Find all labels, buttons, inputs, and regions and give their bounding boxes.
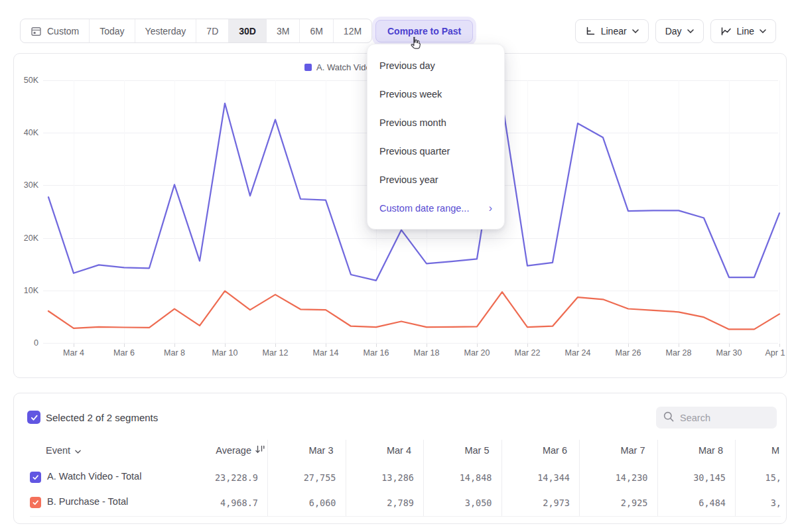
date-column-header: Mar 4	[346, 441, 423, 460]
table-bottom-border	[30, 516, 781, 517]
range-button-30d[interactable]: 30D	[229, 19, 267, 42]
value-cell: 14,230	[580, 471, 657, 484]
date-column-header: M	[735, 441, 781, 460]
date-column-header: Mar 6	[501, 441, 579, 460]
table-row: A. Watch Video - Total23,228.927,75513,2…	[14, 465, 787, 490]
value-cell: 4,968.7	[188, 496, 267, 509]
event-column-header[interactable]: Event	[46, 441, 81, 460]
value-cell: 2,973	[501, 496, 579, 509]
menu-item-previous-day[interactable]: Previous day	[367, 51, 504, 80]
menu-item-previous-week[interactable]: Previous week	[367, 80, 504, 108]
value-cell: 23,228.9	[188, 471, 267, 484]
value-cell: 3,	[735, 496, 781, 509]
range-button-custom[interactable]: Custom	[21, 19, 90, 42]
sort-descending-icon	[255, 444, 266, 456]
value-cell: 15,	[735, 471, 781, 484]
value-cell: 27,755	[268, 471, 346, 484]
chevron-down-icon	[75, 445, 81, 456]
segment-label: B. Purchase - Total	[47, 496, 128, 507]
date-range-group: CustomTodayYesterday7D30D3M6M12M	[20, 19, 372, 43]
menu-item-previous-quarter[interactable]: Previous quarter	[367, 137, 504, 165]
chevron-down-icon	[632, 29, 639, 33]
value-cell: 2,789	[346, 496, 423, 509]
date-column-header: Mar 5	[424, 441, 501, 460]
range-button-yesterday[interactable]: Yesterday	[135, 19, 197, 42]
interval-label: Day	[665, 26, 682, 36]
check-icon	[30, 413, 38, 422]
value-cell: 30,145	[657, 471, 735, 484]
compare-dropdown-menu: Previous dayPrevious weekPrevious monthP…	[367, 44, 505, 230]
chevron-right-icon: ›	[489, 202, 492, 214]
value-cell: 3,050	[424, 496, 501, 509]
value-cell: 13,286	[346, 471, 423, 484]
series-line-b-purchase-total	[48, 291, 779, 330]
line-chart-icon	[720, 27, 732, 36]
cursor-pointer-icon	[408, 34, 423, 53]
average-column-header[interactable]: Average	[188, 441, 267, 460]
value-cell: 14,344	[501, 471, 579, 484]
axis-scale-icon	[585, 26, 596, 36]
selected-segments-label: Selected 2 of 2 segments	[46, 412, 158, 423]
search-box[interactable]	[656, 407, 777, 429]
segment-checkbox[interactable]	[30, 472, 41, 483]
table-row: B. Purchase - Total4,968.76,0602,7893,05…	[14, 490, 787, 515]
menu-item-previous-month[interactable]: Previous month	[367, 108, 504, 137]
chart-controls: Linear Day Line	[575, 19, 776, 43]
calendar-icon	[31, 26, 42, 36]
scale-dropdown-button[interactable]: Linear	[575, 19, 649, 43]
menu-item-previous-year[interactable]: Previous year	[367, 165, 504, 194]
segment-checkbox[interactable]	[30, 497, 41, 508]
chart-type-label: Line	[737, 26, 754, 36]
range-button-12m[interactable]: 12M	[334, 19, 371, 42]
search-icon	[663, 411, 675, 425]
search-input[interactable]	[680, 413, 766, 423]
scale-label: Linear	[601, 26, 627, 36]
chevron-down-icon	[760, 29, 766, 33]
analytics-dashboard: CustomTodayYesterday7D30D3M6M12M Compare…	[0, 0, 796, 532]
check-icon	[32, 499, 39, 506]
date-column-header: Mar 8	[657, 441, 735, 460]
range-button-3m[interactable]: 3M	[267, 19, 300, 42]
range-button-7d[interactable]: 7D	[196, 19, 229, 42]
date-column-header: Mar 7	[580, 441, 657, 460]
range-button-6m[interactable]: 6M	[300, 19, 333, 42]
interval-dropdown-button[interactable]: Day	[655, 19, 704, 43]
menu-item-custom-date-range[interactable]: Custom date range... ›	[367, 194, 504, 222]
date-column-header: Mar 3	[268, 441, 346, 460]
chart-type-dropdown-button[interactable]: Line	[710, 19, 776, 43]
range-button-today[interactable]: Today	[90, 19, 135, 42]
chevron-down-icon	[687, 29, 694, 33]
value-cell: 6,484	[657, 496, 735, 509]
custom-date-range-label: Custom date range...	[379, 203, 469, 214]
check-icon	[32, 474, 39, 481]
compare-to-past-label: Compare to Past	[387, 26, 461, 36]
segment-label: A. Watch Video - Total	[47, 471, 141, 482]
value-cell: 6,060	[268, 496, 346, 509]
select-all-checkbox[interactable]	[27, 411, 40, 424]
compare-to-past-button[interactable]: Compare to Past	[375, 20, 473, 42]
value-cell: 2,925	[580, 496, 657, 509]
segments-table-card: Selected 2 of 2 segments Event Average A…	[13, 393, 787, 524]
value-cell: 14,848	[424, 471, 501, 484]
